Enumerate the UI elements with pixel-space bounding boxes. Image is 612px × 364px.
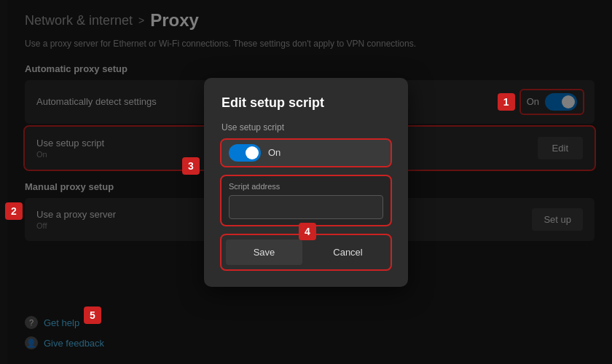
save-button[interactable]: Save (226, 240, 302, 265)
script-address-input[interactable] (229, 195, 383, 219)
modal-use-setup-label: Use setup script (221, 122, 391, 132)
modal-toggle-row[interactable]: On (221, 140, 391, 166)
script-address-label: Script address (229, 182, 383, 191)
badge-4: 4 (299, 223, 316, 240)
edit-setup-modal: Edit setup script Use setup script On Sc… (204, 78, 408, 287)
modal-toggle-label: On (268, 147, 280, 158)
script-address-section: Script address (221, 176, 391, 225)
modal-title: Edit setup script (221, 95, 391, 111)
badge-1: 1 (498, 93, 515, 111)
modal-toggle[interactable] (229, 144, 261, 162)
cancel-button[interactable]: Cancel (310, 240, 386, 265)
badge-2: 2 (5, 202, 23, 220)
modal-toggle-thumb (246, 146, 259, 159)
badge-5: 5 (84, 306, 101, 324)
badge-3: 3 (182, 157, 200, 175)
